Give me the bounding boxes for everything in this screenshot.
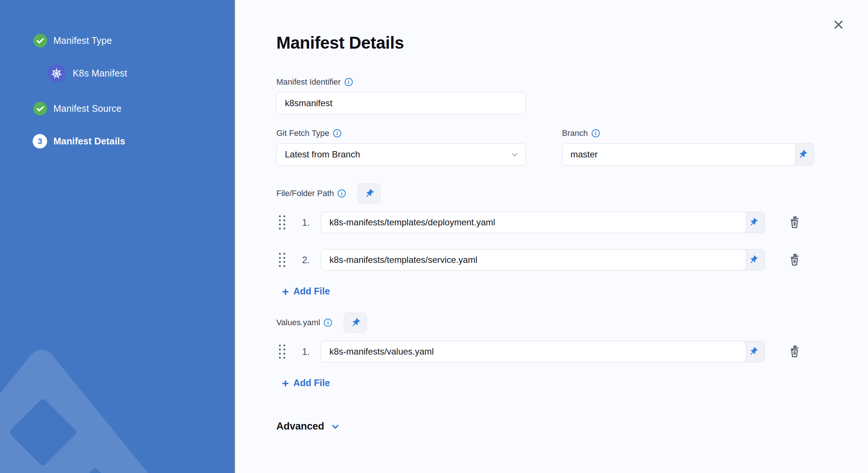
trash-icon[interactable]	[786, 343, 803, 361]
harness-logo-watermark	[0, 324, 235, 473]
drag-handle-icon[interactable]	[279, 215, 285, 229]
sidebar-item-manifest-source[interactable]: Manifest Source	[33, 102, 234, 115]
values-yaml-label: Values.yaml	[276, 318, 320, 327]
file-path-input-group	[321, 249, 765, 271]
pin-button[interactable]	[358, 183, 381, 203]
pin-icon	[749, 347, 758, 356]
info-icon[interactable]: i	[324, 319, 332, 327]
chevron-down-icon	[510, 150, 519, 159]
k8s-icon	[47, 64, 66, 82]
sidebar-item-manifest-type[interactable]: Manifest Type	[33, 34, 234, 48]
advanced-toggle[interactable]: Advanced	[276, 421, 341, 432]
step-label: K8s Manifest	[73, 68, 127, 79]
values-path-input-group	[321, 341, 765, 362]
pin-icon	[749, 218, 758, 227]
check-icon	[33, 34, 47, 48]
drag-handle-icon[interactable]	[279, 345, 285, 359]
plus-icon: +	[282, 378, 289, 388]
step-label: Manifest Type	[53, 35, 112, 46]
info-icon[interactable]: i	[338, 189, 346, 198]
step-label: Manifest Source	[53, 103, 122, 114]
branch-input[interactable]	[562, 143, 796, 166]
step-number-badge: 3	[33, 134, 47, 149]
info-icon[interactable]: i	[345, 78, 353, 86]
plus-icon: +	[282, 287, 289, 296]
git-fetch-row: Git Fetch Type i Latest from Branch Bran…	[276, 128, 868, 166]
branch-input-group	[562, 143, 814, 166]
pin-icon	[798, 150, 808, 160]
page-title: Manifest Details	[276, 0, 868, 53]
check-icon	[33, 102, 47, 115]
file-path-input[interactable]	[321, 249, 746, 271]
add-file-button[interactable]: + Add File	[282, 378, 330, 388]
file-folder-path-section: File/Folder Path i 1.	[276, 183, 868, 297]
pin-icon	[351, 318, 361, 328]
manifest-wizard-dialog: Manifest Type	[0, 0, 868, 473]
pin-icon	[749, 255, 758, 265]
drag-handle-icon[interactable]	[279, 253, 285, 267]
row-index: 1.	[299, 217, 310, 228]
info-icon[interactable]: i	[592, 129, 600, 137]
file-path-row: 2.	[276, 249, 868, 271]
trash-icon[interactable]	[786, 213, 803, 231]
git-fetch-type-value: Latest from Branch	[285, 149, 360, 160]
sidebar-item-manifest-details[interactable]: 3 Manifest Details	[33, 134, 234, 149]
pin-button[interactable]	[344, 313, 367, 333]
row-index: 2.	[299, 255, 310, 265]
git-fetch-type-select[interactable]: Latest from Branch	[276, 143, 526, 166]
sidebar-item-k8s-manifest[interactable]: K8s Manifest	[47, 64, 234, 82]
manifest-identifier-input[interactable]	[276, 92, 526, 114]
values-path-row: 1.	[276, 341, 868, 362]
wizard-sidebar: Manifest Type	[0, 0, 235, 473]
trash-icon[interactable]	[786, 251, 803, 269]
pin-icon	[364, 189, 374, 199]
branch-label: Branch	[562, 128, 588, 138]
file-folder-path-label: File/Folder Path	[276, 189, 334, 198]
file-path-row: 1.	[276, 212, 868, 233]
add-file-button[interactable]: + Add File	[282, 286, 330, 297]
values-yaml-section: Values.yaml i 1.	[276, 313, 868, 388]
git-fetch-type-label: Git Fetch Type	[276, 128, 329, 138]
row-index: 1.	[299, 346, 310, 357]
values-path-input[interactable]	[321, 341, 746, 362]
manifest-details-panel: Manifest Details Manifest Identifier i G…	[235, 0, 868, 473]
info-icon[interactable]: i	[333, 129, 341, 137]
chevron-down-icon	[330, 421, 341, 432]
manifest-identifier-field: Manifest Identifier i	[276, 76, 868, 114]
close-icon[interactable]	[832, 18, 845, 31]
step-label: Manifest Details	[53, 136, 125, 147]
manifest-identifier-label: Manifest Identifier	[276, 77, 341, 87]
file-path-input-group	[321, 212, 765, 233]
file-path-input[interactable]	[321, 212, 746, 233]
